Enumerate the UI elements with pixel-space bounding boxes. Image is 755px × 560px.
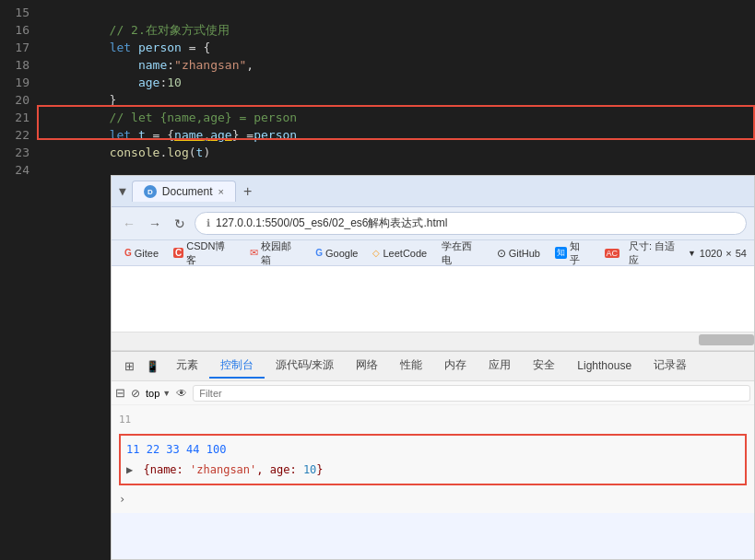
devtools-tab-security[interactable]: 安全 — [522, 354, 566, 379]
code-line-15 — [37, 4, 755, 21]
bookmark-csdn[interactable]: C CSDN博客 — [168, 238, 241, 269]
browser-tab-bar: ▼ D Document × + — [112, 176, 754, 207]
console-clear-btn[interactable]: ⊘ — [131, 387, 140, 400]
back-btn[interactable]: ← — [119, 215, 139, 233]
console-line-object: ▶ {name: 'zhangsan', age: 10} — [126, 460, 739, 480]
console-toolbar: ⊟ ⊘ top ▼ 👁 — [112, 381, 754, 405]
code-line-20: } — [37, 91, 755, 109]
code-line-21: // let {name,age} = person — [37, 109, 755, 126]
browser-page-content — [112, 266, 754, 332]
console-output: 11 11 22 33 44 100 ▶ {name: 'zhangsan', … — [112, 405, 754, 513]
bookmark-github[interactable]: ⊙ GitHub — [491, 245, 546, 262]
top-label: top — [146, 388, 159, 399]
bookmark-leetcode[interactable]: ◇ LeetCode — [367, 246, 432, 261]
google-icon: G — [315, 248, 323, 258]
tab-close-btn[interactable]: × — [218, 186, 224, 197]
code-line-24 — [37, 161, 755, 175]
devtools-tabs: ⊞ 📱 元素 控制台 源代码/来源 网络 性能 内存 应用 安全 Lightho… — [112, 352, 754, 381]
code-line-22: let t = {name,age} =person — [37, 126, 755, 144]
devtools-tab-sources[interactable]: 源代码/来源 — [265, 354, 345, 379]
address-text: 127.0.0.1:5500/05_es6/02_es6解构表达式.html — [216, 216, 447, 231]
scrollbar-thumb[interactable] — [699, 334, 754, 345]
code-line-17: let person = { — [37, 39, 755, 56]
devtools-tab-performance[interactable]: 性能 — [389, 354, 433, 379]
scrollbar-area — [112, 332, 754, 351]
browser-nav: ← → ↻ ℹ 127.0.0.1:5500/05_es6/02_es6解构表达… — [112, 207, 754, 240]
bookmark-email[interactable]: ✉ 校园邮箱 — [244, 238, 306, 269]
devtools-tab-lighthouse[interactable]: Lighthouse — [566, 356, 643, 378]
forward-btn[interactable]: → — [145, 215, 165, 233]
email-icon: ✉ — [250, 247, 258, 259]
code-line-23: console.log(t) — [37, 144, 755, 161]
console-eye-btn[interactable]: 👁 — [176, 387, 187, 400]
leetcode-icon: ◇ — [372, 248, 380, 258]
reload-btn[interactable]: ↻ — [171, 215, 189, 233]
github-icon: ⊙ — [497, 247, 506, 260]
console-line-11-plain: 11 — [119, 409, 747, 430]
gitee-icon: G — [124, 248, 132, 258]
code-line-18: name:"zhangsan", — [37, 56, 755, 74]
code-line-16: // 2.在对象方式使用 — [37, 21, 755, 39]
console-expand-btn[interactable]: ▶ — [126, 463, 133, 476]
devtools-mobile-btn[interactable]: 📱 — [140, 356, 165, 377]
ac-icon: AC — [605, 249, 620, 258]
code-content: // 2.在对象方式使用 let person = { name:"zhangs… — [37, 0, 755, 175]
console-sidebar-btn[interactable]: ⊟ — [115, 386, 125, 400]
size-controls: 尺寸: 自适应 ▼ 1020 × 54 — [629, 239, 747, 267]
devtools-tab-network[interactable]: 网络 — [345, 354, 389, 379]
line-numbers: 15 16 17 18 19 20 21 22 23 24 — [0, 0, 37, 175]
bookmark-gitee[interactable]: G Gitee — [119, 246, 164, 261]
console-filter-input[interactable] — [193, 385, 750, 402]
top-selector[interactable]: top ▼ — [146, 388, 171, 399]
bookmark-ac[interactable]: AC — [599, 247, 626, 260]
top-dropdown-arrow: ▼ — [162, 389, 171, 398]
devtools-inspect-btn[interactable]: ⊞ — [119, 356, 140, 377]
bookmark-google[interactable]: G Google — [310, 246, 363, 261]
devtools-panel: ⊞ 📱 元素 控制台 源代码/来源 网络 性能 内存 应用 安全 Lightho… — [112, 351, 754, 513]
address-lock-icon: ℹ — [206, 217, 210, 229]
code-line-19: age:10 — [37, 74, 755, 91]
devtools-tab-application[interactable]: 应用 — [478, 354, 522, 379]
address-bar[interactable]: ℹ 127.0.0.1:5500/05_es6/02_es6解构表达式.html — [195, 212, 747, 235]
tab-label: Document — [162, 185, 213, 198]
tab-favicon: D — [144, 185, 157, 198]
devtools-tab-recorder[interactable]: 记录器 — [643, 354, 698, 379]
size-dropdown-icon: ▼ — [688, 249, 696, 258]
browser-bookmarks: G Gitee C CSDN博客 ✉ 校园邮箱 G Google ◇ LeetC… — [112, 240, 754, 266]
code-editor: 15 16 17 18 19 20 21 22 23 24 // 2.在对象方式… — [0, 0, 755, 175]
devtools-tab-elements[interactable]: 元素 — [165, 354, 209, 379]
bookmark-xidian[interactable]: 学在西电 — [436, 238, 488, 269]
bookmark-zhihu[interactable]: 知 知乎 — [549, 238, 596, 269]
csdn-icon: C — [173, 248, 183, 258]
zhihu-icon: 知 — [555, 247, 567, 259]
new-tab-btn[interactable]: + — [236, 183, 259, 200]
console-prompt[interactable]: › — [119, 489, 747, 509]
devtools-tab-memory[interactable]: 内存 — [433, 354, 478, 379]
devtools-tab-console[interactable]: 控制台 — [209, 354, 265, 379]
console-highlight-box: 11 22 33 44 100 ▶ {name: 'zhangsan', age… — [119, 434, 747, 485]
console-line-numbers: 11 22 33 44 100 — [126, 439, 739, 460]
browser-tab-document[interactable]: D Document × — [132, 181, 236, 202]
browser-window: ▼ D Document × + ← → ↻ ℹ 127.0.0.1:5500/… — [111, 175, 755, 560]
tab-dropdown-btn[interactable]: ▼ — [119, 184, 126, 198]
